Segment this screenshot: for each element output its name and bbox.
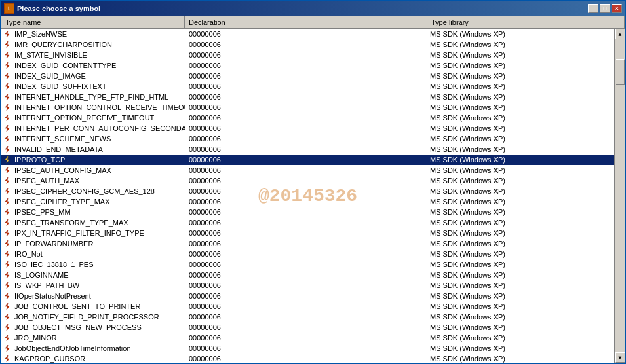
symbol-icon [1,134,13,143]
symbol-declaration: 00000006 [185,135,427,143]
table-row[interactable]: INTERNET_PER_CONN_AUTOCONFIG_SECONDARY…0… [1,123,614,134]
table-row[interactable]: IRO_Not00000006MS SDK (Windows XP) [1,249,614,259]
scrollbar-thumb[interactable] [616,59,625,85]
table-row[interactable]: INTERNET_SCHEME_NEWS00000006MS SDK (Wind… [1,134,614,144]
scrollbar[interactable]: ▲ ▼ [614,29,625,363]
table-row[interactable]: IPSEC_TRANSFORM_TYPE_MAX00000006MS SDK (… [1,217,614,228]
symbol-declaration: 00000006 [185,334,427,342]
table-row[interactable]: JobObjectEndOfJobTimeInformation00000006… [1,343,614,354]
table-row[interactable]: IS_LOGINNAME00000006MS SDK (Windows XP) [1,270,614,280]
table-row[interactable]: IfOperStatusNotPresent00000006MS SDK (Wi… [1,291,614,301]
symbol-declaration: 00000006 [185,292,427,300]
symbol-name: JOB_OBJECT_MSG_NEW_PROCESS [13,323,185,331]
symbol-icon [1,166,13,175]
minimize-button[interactable]: — [588,4,598,13]
symbol-name: IPPROTO_TCP [13,156,185,164]
symbol-name: JobObjectEndOfJobTimeInformation [13,344,185,352]
symbol-name: INTERNET_SCHEME_NEWS [13,135,185,143]
symbol-library: MS SDK (Windows XP) [427,124,614,132]
symbol-declaration: 00000006 [185,208,427,216]
table-row[interactable]: IMR_QUERYCHARPOSITION00000006MS SDK (Win… [1,39,614,50]
symbol-declaration: 00000006 [185,62,427,69]
scroll-down-button[interactable]: ▼ [615,352,625,363]
table-row[interactable]: IMP_SizeNWSE00000006MS SDK (Windows XP) [1,29,614,39]
table-row[interactable]: INTERNET_OPTION_CONTROL_RECEIVE_TIMEOUT0… [1,102,614,113]
symbol-icon [1,82,13,91]
symbol-library: MS SDK (Windows XP) [427,219,614,227]
symbol-name: INVALID_END_METADATA [13,145,185,153]
table-row[interactable]: INDEX_GUID_IMAGE00000006MS SDK (Windows … [1,71,614,81]
table-row[interactable]: JRO_MINOR00000006MS SDK (Windows XP) [1,333,614,343]
symbol-name: JOB_NOTIFY_FIELD_PRINT_PROCESSOR [13,313,185,321]
table-row[interactable]: JOB_CONTROL_SENT_TO_PRINTER00000006MS SD… [1,301,614,312]
table-row[interactable]: IPX_IN_TRAFFIC_FILTER_INFO_TYPE00000006M… [1,228,614,238]
table-row[interactable]: JOB_NOTIFY_FIELD_PRINT_PROCESSOR00000006… [1,312,614,322]
maximize-button[interactable]: □ [600,4,610,13]
table-row[interactable]: JOB_OBJECT_MSG_NEW_PROCESS00000006MS SDK… [1,322,614,333]
symbol-table[interactable]: @20145326 IMP_SizeNWSE00000006MS SDK (Wi… [1,29,614,363]
symbol-icon [1,228,13,238]
symbol-library: MS SDK (Windows XP) [427,93,614,101]
symbol-declaration: 00000006 [185,271,427,279]
symbol-declaration: 00000006 [185,282,427,289]
table-row[interactable]: IPSEC_AUTH_MAX00000006MS SDK (Windows XP… [1,175,614,186]
symbol-icon [1,113,13,122]
symbol-declaration: 00000006 [185,124,427,132]
symbol-name: IMR_QUERYCHARPOSITION [13,41,185,48]
symbol-icon [1,124,13,133]
symbol-icon [1,197,13,206]
symbol-declaration: 00000006 [185,166,427,174]
table-row[interactable]: INDEX_GUID_CONTENTTYPE00000006MS SDK (Wi… [1,60,614,71]
symbol-name: IMP_SizeNWSE [13,30,185,38]
close-button[interactable]: ✕ [612,4,622,13]
table-row[interactable]: IPSEC_CIPHER_TYPE_MAX00000006MS SDK (Win… [1,196,614,207]
symbol-library: MS SDK (Windows XP) [427,103,614,111]
symbol-library: MS SDK (Windows XP) [427,302,614,310]
symbol-declaration: 00000006 [185,82,427,90]
symbol-library: MS SDK (Windows XP) [427,41,614,48]
symbol-library: MS SDK (Windows XP) [427,156,614,164]
table-row[interactable]: IS_WKP_PATH_BW00000006MS SDK (Windows XP… [1,280,614,291]
symbol-name: IP_FORWARDNUMBER [13,240,185,247]
scroll-up-button[interactable]: ▲ [615,29,625,39]
symbol-icon [1,312,13,321]
symbol-declaration: 00000006 [185,145,427,153]
symbol-declaration: 00000006 [185,355,427,363]
symbol-name: IPSEC_AUTH_MAX [13,177,185,185]
symbol-library: MS SDK (Windows XP) [427,282,614,289]
symbol-declaration: 00000006 [185,30,427,38]
table-row[interactable]: IM_STATE_INVISIBLE00000006MS SDK (Window… [1,50,614,60]
table-row[interactable]: IP_FORWARDNUMBER00000006MS SDK (Windows … [1,238,614,249]
table-row[interactable]: ISO_IEC_13818_1_PES00000006MS SDK (Windo… [1,259,614,270]
main-window: t Please choose a symbol — □ ✕ Type name… [0,0,626,364]
table-row[interactable]: IPSEC_AUTH_CONFIG_MAX00000006MS SDK (Win… [1,165,614,175]
table-row[interactable]: KAGPROP_CURSOR00000006MS SDK (Windows XP… [1,354,614,363]
symbol-declaration: 00000006 [185,261,427,268]
col-header-type-library[interactable]: Type library [427,16,625,28]
table-row[interactable]: IPSEC_PPS_MM00000006MS SDK (Windows XP) [1,207,614,217]
window-title: Please choose a symbol [17,5,588,12]
symbol-icon [1,239,13,248]
symbol-library: MS SDK (Windows XP) [427,208,614,216]
symbol-library: MS SDK (Windows XP) [427,334,614,342]
table-row[interactable]: IPPROTO_TCP00000006MS SDK (Windows XP) [1,155,614,165]
symbol-declaration: 00000006 [185,93,427,101]
table-row[interactable]: INVALID_END_METADATA00000006MS SDK (Wind… [1,144,614,155]
col-header-type-name[interactable]: Type name [1,16,185,28]
symbol-icon [1,29,13,39]
col-header-declaration[interactable]: Declaration [185,16,427,28]
table-row[interactable]: INTERNET_OPTION_RECEIVE_TIMEOUT00000006M… [1,113,614,123]
table-row[interactable]: INDEX_GUID_SUFFIXTEXT00000006MS SDK (Win… [1,81,614,92]
symbol-declaration: 00000006 [185,103,427,111]
symbol-library: MS SDK (Windows XP) [427,229,614,237]
table-row[interactable]: INTERNET_HANDLE_TYPE_FTP_FIND_HTML000000… [1,92,614,102]
symbol-icon [1,281,13,290]
symbol-name: IRO_Not [13,250,185,258]
table-row[interactable]: IPSEC_CIPHER_CONFIG_GCM_AES_12800000006M… [1,186,614,196]
symbol-icon [1,187,13,196]
symbol-library: MS SDK (Windows XP) [427,177,614,185]
symbol-name: JOB_CONTROL_SENT_TO_PRINTER [13,302,185,310]
symbol-icon [1,218,13,227]
symbol-name: IS_LOGINNAME [13,271,185,279]
symbol-library: MS SDK (Windows XP) [427,72,614,80]
